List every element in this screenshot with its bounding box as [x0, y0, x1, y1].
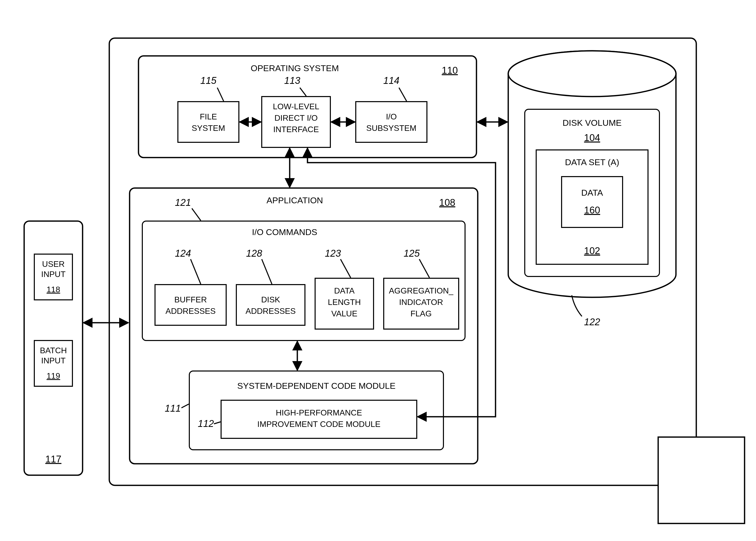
- batch-input-label1: BATCH: [40, 346, 67, 355]
- io-subsystem-l1: I/O: [386, 112, 397, 121]
- agg-flag-l3: FLAG: [410, 309, 432, 318]
- io-commands-title: I/O COMMANDS: [252, 227, 317, 237]
- extra-square: [658, 437, 745, 523]
- hp-module-box: [221, 400, 417, 438]
- direct-io-ref: 113: [284, 75, 300, 86]
- disk-addr-box: [236, 284, 305, 325]
- agg-flag-l1: AGGREGATION_: [389, 286, 454, 295]
- hp-module-l2: IMPROVEMENT CODE MODULE: [257, 419, 381, 429]
- user-input-ref: 118: [47, 285, 60, 294]
- io-commands-ref: 121: [175, 197, 191, 208]
- os-title: OPERATING SYSTEM: [251, 63, 339, 73]
- disk-addr-l1: DISK: [261, 295, 280, 304]
- application-ref: 108: [439, 197, 455, 208]
- batch-input-label2: INPUT: [41, 356, 66, 365]
- direct-io-l1: LOW-LEVEL: [273, 102, 319, 111]
- diagram-root: 101 117 USER INPUT 118 BATCH INPUT 119 O…: [0, 0, 756, 541]
- data-len-l2: LENGTH: [328, 297, 361, 307]
- agg-flag-l2: INDICATOR: [399, 297, 443, 307]
- user-input-label1: USER: [42, 260, 65, 269]
- os-ref: 110: [442, 65, 458, 76]
- file-system-l1: FILE: [200, 112, 217, 121]
- sd-module-title: SYSTEM-DEPENDENT CODE MODULE: [237, 381, 396, 390]
- data-len-l3: VALUE: [331, 309, 358, 318]
- agg-flag-ref: 125: [404, 248, 420, 259]
- buffer-addr-l1: BUFFER: [174, 295, 207, 304]
- dataset-ref: 102: [584, 246, 600, 256]
- disk-addr-l2: ADDRESSES: [245, 306, 295, 315]
- io-subsystem-l2: SUBSYSTEM: [366, 124, 416, 133]
- direct-io-l2: DIRECT I/O: [274, 113, 318, 123]
- io-subsystem-box: [356, 102, 427, 142]
- disk-addr-ref: 128: [246, 248, 262, 259]
- data-box: [562, 177, 622, 228]
- disk-volume-ref: 104: [584, 132, 600, 143]
- direct-io-l3: INTERFACE: [273, 125, 319, 134]
- application-title: APPLICATION: [266, 196, 323, 205]
- file-system-l2: SYSTEM: [191, 124, 225, 133]
- hp-module-ref: 112: [198, 418, 214, 429]
- data-label: DATA: [581, 188, 603, 198]
- svg-point-0: [508, 51, 676, 97]
- input-panel-ref: 117: [45, 454, 61, 464]
- data-ref: 160: [584, 205, 600, 216]
- buffer-addr-box: [155, 284, 226, 325]
- disk-ref: 122: [584, 316, 600, 327]
- file-system-box: [178, 102, 239, 142]
- data-len-l1: DATA: [334, 286, 355, 295]
- buffer-addr-ref: 124: [175, 248, 191, 259]
- sd-module-ref: 111: [165, 403, 181, 414]
- dataset-label: DATA SET (A): [565, 157, 619, 167]
- batch-input-ref: 119: [47, 371, 60, 380]
- disk-volume-label: DISK VOLUME: [563, 118, 621, 128]
- data-len-ref: 123: [325, 248, 341, 259]
- user-input-label2: INPUT: [41, 270, 66, 279]
- buffer-addr-l2: ADDRESSES: [166, 306, 215, 315]
- hp-module-l1: HIGH-PERFORMANCE: [276, 408, 362, 417]
- file-system-ref: 115: [200, 75, 216, 86]
- io-subsystem-ref: 114: [383, 75, 399, 86]
